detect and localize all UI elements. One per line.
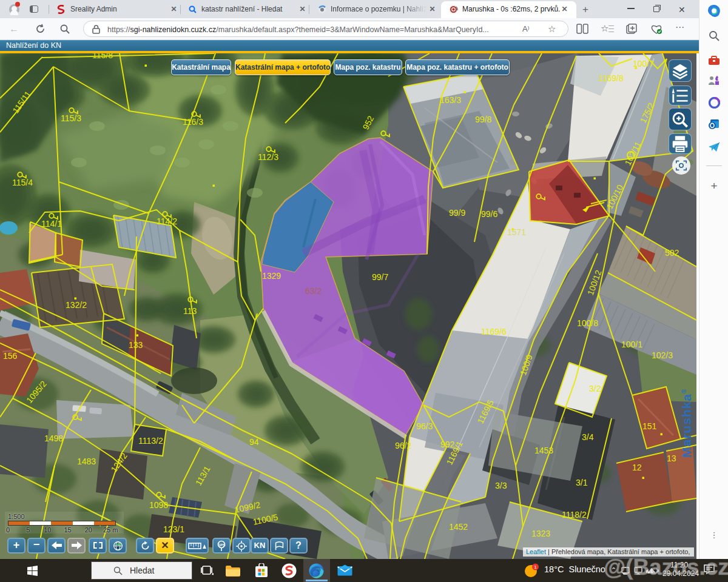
svg-text:12: 12 — [632, 463, 642, 472]
svg-text:1: 1 — [534, 564, 537, 570]
svg-text:1169/8: 1169/8 — [598, 73, 624, 83]
svg-text:123/1: 123/1 — [163, 524, 184, 534]
svg-text:115/8: 115/8 — [92, 53, 113, 60]
svg-text:GPS: GPS — [218, 543, 226, 547]
svg-text:96/3: 96/3 — [416, 421, 433, 431]
svg-text:13: 13 — [667, 453, 676, 463]
svg-text:1113/2: 1113/2 — [138, 436, 163, 446]
svg-text:163/3: 163/3 — [440, 95, 461, 105]
svg-text:113: 113 — [183, 306, 197, 316]
svg-text:151: 151 — [642, 421, 657, 431]
svg-text:132/2: 132/2 — [66, 300, 87, 310]
svg-text:114/2: 114/2 — [157, 216, 177, 226]
svg-text:3/2: 3/2 — [589, 384, 601, 393]
svg-text:102/3: 102/3 — [652, 350, 673, 360]
svg-text:1118/2: 1118/2 — [562, 510, 587, 520]
svg-text:1169/6: 1169/6 — [481, 327, 507, 336]
svg-text:99/7: 99/7 — [372, 272, 388, 282]
svg-text:3/3: 3/3 — [495, 481, 507, 490]
svg-text:94: 94 — [249, 437, 259, 447]
svg-text:112/3: 112/3 — [258, 152, 278, 162]
svg-text:1453: 1453 — [534, 446, 553, 455]
svg-text:133: 133 — [129, 340, 143, 350]
svg-text:114/1: 114/1 — [41, 219, 62, 229]
svg-text:1329: 1329 — [262, 271, 281, 281]
svg-text:100/8: 100/8 — [577, 318, 598, 328]
svg-text:1323: 1323 — [531, 529, 550, 538]
svg-text:1498: 1498 — [44, 433, 63, 443]
svg-text:502: 502 — [665, 248, 679, 258]
svg-text:1098: 1098 — [149, 500, 168, 510]
svg-text:3/1: 3/1 — [576, 478, 588, 487]
svg-text:116/3: 116/3 — [183, 117, 203, 127]
svg-text:1452: 1452 — [449, 522, 468, 532]
svg-text:100/1: 100/1 — [621, 340, 642, 349]
svg-text:115/4: 115/4 — [12, 178, 33, 187]
svg-text:3/4: 3/4 — [582, 432, 594, 442]
svg-text:115/3: 115/3 — [61, 113, 81, 123]
svg-text:63/2: 63/2 — [305, 286, 322, 296]
svg-text:99/8: 99/8 — [475, 115, 491, 124]
svg-text:96/2: 96/2 — [395, 441, 411, 450]
svg-text:1571: 1571 — [507, 227, 526, 237]
svg-text:99/9: 99/9 — [449, 208, 465, 218]
svg-text:156: 156 — [3, 351, 18, 361]
svg-text:1483: 1483 — [77, 457, 96, 466]
svg-text:99/6: 99/6 — [481, 209, 497, 219]
